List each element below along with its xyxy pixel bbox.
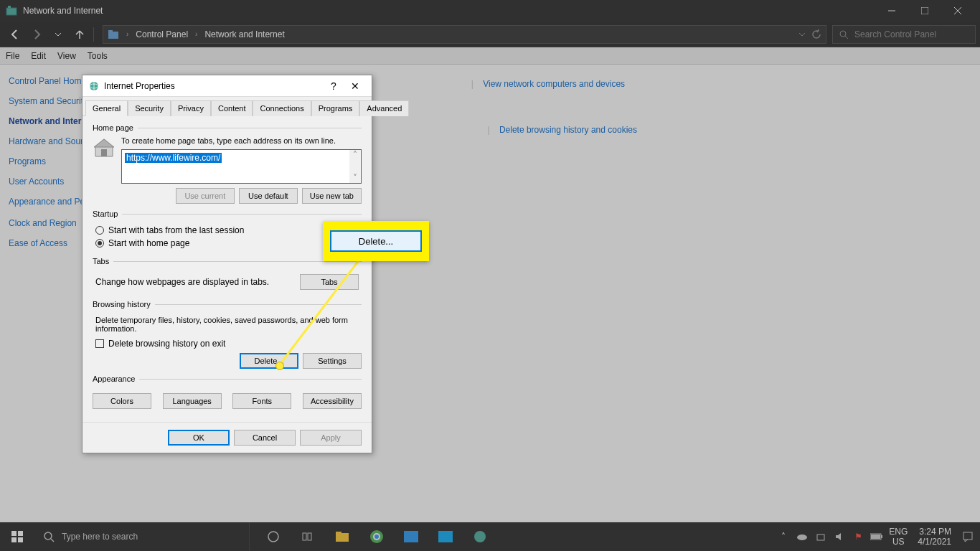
clock[interactable]: 3:24 PM 4/1/2021 xyxy=(918,527,951,547)
up-button[interactable] xyxy=(69,24,90,45)
battery-icon[interactable] xyxy=(870,533,883,540)
tabs-button[interactable]: Tabs xyxy=(300,274,359,290)
link-delete-history[interactable]: Delete browsing history and cookies xyxy=(499,125,637,135)
internet-properties-dialog: Internet Properties ? ✕ General Security… xyxy=(82,75,372,453)
svg-rect-27 xyxy=(336,532,341,534)
svg-rect-20 xyxy=(18,537,23,542)
minimize-button[interactable] xyxy=(875,0,908,22)
folder-icon xyxy=(108,29,119,40)
dialog-close-button[interactable]: ✕ xyxy=(344,80,366,92)
close-button[interactable] xyxy=(941,0,974,22)
network-tray-icon[interactable] xyxy=(814,532,827,542)
use-default-button[interactable]: Use default xyxy=(239,188,298,204)
breadcrumb-root[interactable]: Control Panel xyxy=(136,29,188,39)
app-icon-2[interactable] xyxy=(429,522,462,551)
chrome-icon[interactable] xyxy=(360,522,393,551)
cortana-icon[interactable] xyxy=(257,522,290,551)
tab-general[interactable]: General xyxy=(85,100,128,116)
tab-security[interactable]: Security xyxy=(128,100,171,116)
dialog-footer: OK Cancel Apply xyxy=(83,422,372,453)
search-icon xyxy=(839,29,849,39)
homepage-legend: Home page xyxy=(93,123,138,132)
ok-button[interactable]: OK xyxy=(168,430,230,446)
apply-button: Apply xyxy=(300,430,362,446)
menu-view[interactable]: View xyxy=(57,51,76,61)
maximize-button[interactable] xyxy=(908,0,941,22)
lang-indicator-2[interactable]: US xyxy=(889,537,908,547)
security-icon[interactable]: ⚑ xyxy=(852,532,864,542)
taskbar-search[interactable]: Type here to search xyxy=(34,522,250,551)
house-icon xyxy=(93,136,116,159)
dialog-icon xyxy=(88,80,100,92)
tabs-desc: Change how webpages are displayed in tab… xyxy=(95,277,269,287)
homepage-group: Home page To create home page tabs, type… xyxy=(93,123,362,204)
start-button[interactable] xyxy=(0,522,34,551)
tab-programs[interactable]: Programs xyxy=(311,100,360,116)
back-button[interactable] xyxy=(4,24,26,45)
address-dropdown-icon[interactable] xyxy=(798,31,806,38)
radio-icon xyxy=(95,226,104,235)
tabs-legend: Tabs xyxy=(93,257,113,265)
lang-indicator-1[interactable]: ENG xyxy=(889,527,908,537)
task-view-icon[interactable] xyxy=(291,522,324,551)
menu-edit[interactable]: Edit xyxy=(31,51,46,61)
app-icon-1[interactable] xyxy=(395,522,428,551)
help-button[interactable]: ? xyxy=(323,80,344,92)
svg-rect-18 xyxy=(18,531,23,536)
svg-marker-14 xyxy=(94,139,114,147)
tab-connections[interactable]: Connections xyxy=(253,100,311,116)
delete-button[interactable]: Delete... xyxy=(240,353,298,369)
svg-rect-26 xyxy=(336,533,349,542)
onedrive-icon[interactable] xyxy=(796,532,809,541)
appearance-group: Appearance Colors Languages Fonts Access… xyxy=(93,375,362,409)
delete-on-exit-checkbox[interactable]: Delete browsing history on exit xyxy=(95,339,359,349)
svg-rect-24 xyxy=(303,533,306,540)
startup-radio-last-session[interactable]: Start with tabs from the last session xyxy=(95,225,359,235)
svg-rect-19 xyxy=(11,537,17,542)
breadcrumb-current[interactable]: Network and Internet xyxy=(204,29,284,39)
search-placeholder: Search Control Panel xyxy=(854,29,936,39)
callout-dot xyxy=(275,362,284,370)
app-icon xyxy=(6,5,17,17)
homepage-hint: To create home page tabs, type each addr… xyxy=(121,136,362,145)
history-settings-button[interactable]: Settings xyxy=(303,353,362,369)
tray-chevron-icon[interactable]: ˄ xyxy=(777,532,790,542)
tab-content[interactable]: Content xyxy=(211,100,253,116)
search-box[interactable]: Search Control Panel xyxy=(832,25,976,44)
startup-radio-homepage[interactable]: Start with home page xyxy=(95,238,359,248)
fonts-button[interactable]: Fonts xyxy=(232,393,291,409)
tab-privacy[interactable]: Privacy xyxy=(171,100,211,116)
homepage-url-value: https://www.lifewire.com/ xyxy=(125,153,222,163)
scrollbar[interactable]: ˄˅ xyxy=(349,150,361,183)
window-title: Network and Internet xyxy=(23,6,875,16)
dialog-title: Internet Properties xyxy=(104,81,323,91)
colors-button[interactable]: Colors xyxy=(93,393,151,409)
explorer-icon[interactable] xyxy=(326,522,359,551)
use-new-tab-button[interactable]: Use new tab xyxy=(302,188,362,204)
tab-advanced[interactable]: Advanced xyxy=(359,100,409,116)
search-icon xyxy=(43,531,55,542)
history-desc: Delete temporary files, history, cookies… xyxy=(95,316,359,333)
checkbox-icon xyxy=(95,339,104,348)
svg-rect-38 xyxy=(881,535,882,538)
accessibility-button[interactable]: Accessibility xyxy=(303,393,362,409)
app-icon-3[interactable] xyxy=(463,522,496,551)
menu-file[interactable]: File xyxy=(6,51,19,61)
svg-line-9 xyxy=(845,36,848,39)
menu-tools[interactable]: Tools xyxy=(88,51,108,61)
recent-dropdown[interactable] xyxy=(47,24,69,45)
navigation-bar: › Control Panel › Network and Internet S… xyxy=(0,22,980,47)
link-view-devices[interactable]: View network computers and devices xyxy=(483,79,625,89)
radio-checked-icon xyxy=(95,239,104,248)
refresh-icon[interactable] xyxy=(811,29,821,39)
notifications-icon[interactable] xyxy=(961,531,974,542)
svg-rect-15 xyxy=(101,149,107,156)
svg-rect-35 xyxy=(817,534,824,540)
homepage-url-input[interactable]: https://www.lifewire.com/ ˄˅ xyxy=(121,149,362,184)
address-bar[interactable]: › Control Panel › Network and Internet xyxy=(103,25,826,44)
forward-button[interactable] xyxy=(26,24,47,45)
volume-icon[interactable] xyxy=(833,532,846,542)
cancel-button[interactable]: Cancel xyxy=(234,430,296,446)
languages-button[interactable]: Languages xyxy=(163,393,222,409)
svg-rect-40 xyxy=(963,532,972,540)
